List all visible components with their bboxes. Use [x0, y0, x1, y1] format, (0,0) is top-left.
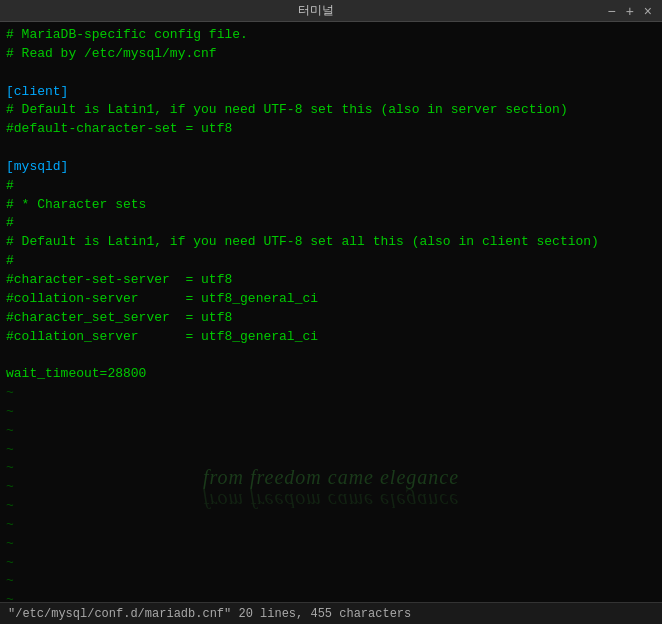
tilde-9: ~ — [6, 535, 656, 554]
line-5: # Default is Latin1, if you need UTF-8 s… — [6, 101, 656, 120]
tilde-5: ~ — [6, 459, 656, 478]
statusbar-text: "/etc/mysql/conf.d/mariadb.cnf" 20 lines… — [8, 607, 411, 621]
line-4: [client] — [6, 83, 656, 102]
tilde-2: ~ — [6, 403, 656, 422]
tilde-1: ~ — [6, 384, 656, 403]
line-11: # — [6, 214, 656, 233]
line-15: #collation-server = utf8_general_ci — [6, 290, 656, 309]
window-title: 터미널 — [26, 2, 605, 19]
tilde-6: ~ — [6, 478, 656, 497]
line-7 — [6, 139, 656, 158]
line-1: # MariaDB-specific config file. — [6, 26, 656, 45]
line-16: #character_set_server = utf8 — [6, 309, 656, 328]
line-17: #collation_server = utf8_general_ci — [6, 328, 656, 347]
line-6: #default-character-set = utf8 — [6, 120, 656, 139]
close-button[interactable]: × — [642, 4, 654, 18]
window-controls[interactable]: − + × — [605, 4, 654, 18]
line-3 — [6, 64, 656, 83]
line-2: # Read by /etc/mysql/my.cnf — [6, 45, 656, 64]
line-14: #character-set-server = utf8 — [6, 271, 656, 290]
minimize-button[interactable]: − — [605, 4, 617, 18]
line-19: wait_timeout=28800 — [6, 365, 656, 384]
line-18 — [6, 346, 656, 365]
line-13: # — [6, 252, 656, 271]
tilde-11: ~ — [6, 572, 656, 591]
maximize-button[interactable]: + — [624, 4, 636, 18]
titlebar: 터미널 − + × — [0, 0, 662, 22]
tilde-10: ~ — [6, 554, 656, 573]
line-9: # — [6, 177, 656, 196]
tilde-8: ~ — [6, 516, 656, 535]
line-10: # * Character sets — [6, 196, 656, 215]
line-12: # Default is Latin1, if you need UTF-8 s… — [6, 233, 656, 252]
terminal-window: 터미널 − + × # MariaDB-specific config file… — [0, 0, 662, 624]
tilde-3: ~ — [6, 422, 656, 441]
line-8: [mysqld] — [6, 158, 656, 177]
tilde-7: ~ — [6, 497, 656, 516]
terminal-body[interactable]: # MariaDB-specific config file. # Read b… — [0, 22, 662, 602]
tilde-12: ~ — [6, 591, 656, 602]
statusbar: "/etc/mysql/conf.d/mariadb.cnf" 20 lines… — [0, 602, 662, 624]
tilde-4: ~ — [6, 441, 656, 460]
